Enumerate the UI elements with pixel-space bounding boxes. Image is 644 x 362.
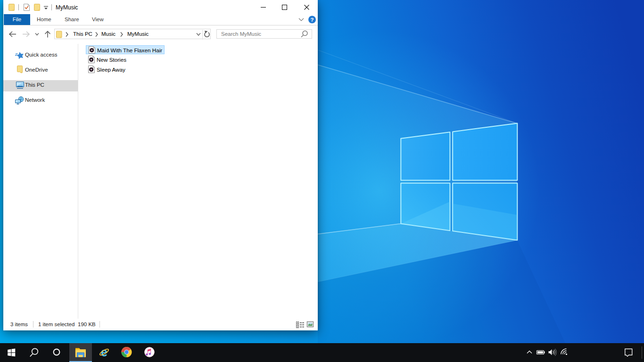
svg-text:?: ? [310, 17, 314, 23]
